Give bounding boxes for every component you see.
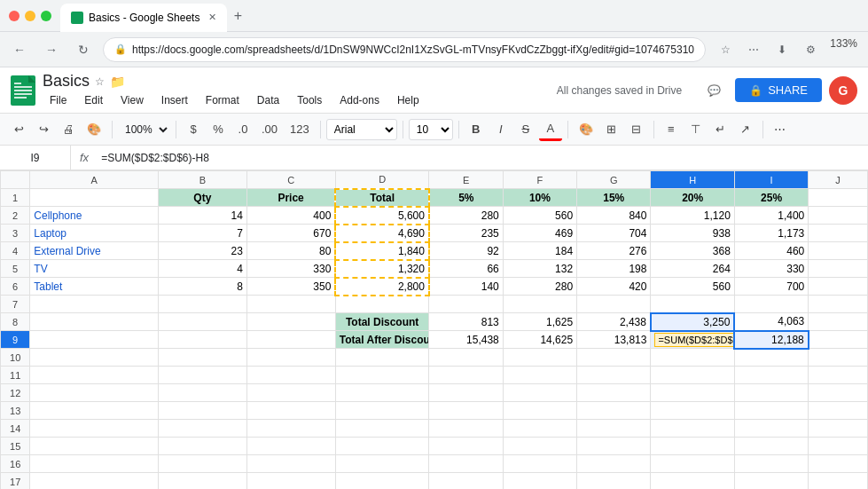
row-header-9[interactable]: 9 (1, 331, 30, 349)
col-header-E[interactable]: E (429, 171, 503, 189)
cell-I3[interactable]: 1,173 (734, 225, 808, 242)
cell-E7[interactable] (429, 296, 503, 313)
cell-reference-box[interactable]: I9 (0, 146, 71, 170)
cell-D3[interactable]: 4,690 (335, 225, 429, 242)
align-button[interactable]: ≡ (660, 118, 683, 141)
new-tab-button[interactable]: + (227, 5, 248, 27)
italic-button[interactable]: I (489, 118, 512, 141)
percent-button[interactable]: % (207, 118, 230, 141)
address-bar[interactable]: 🔒 https://docs.google.com/spreadsheets/d… (103, 37, 706, 62)
comments-button[interactable]: 💬 (700, 76, 728, 105)
cell-A4[interactable]: External Drive (30, 242, 158, 260)
cell-H4[interactable]: 368 (651, 242, 734, 260)
col-header-C[interactable]: C (246, 171, 335, 189)
folder-icon[interactable]: 📁 (110, 75, 125, 89)
row-header-11[interactable]: 11 (1, 367, 30, 384)
active-tab[interactable]: Basics - Google Sheets ✕ (60, 4, 227, 32)
cell-J6[interactable] (809, 278, 868, 296)
decimal-decrease-button[interactable]: .0 (231, 118, 254, 141)
cell-D8[interactable]: Total Discount (335, 313, 429, 331)
cell-I8[interactable]: 4,063 (734, 313, 808, 331)
row-header-7[interactable]: 7 (1, 296, 30, 313)
cell-A1[interactable] (30, 189, 158, 207)
cell-H6[interactable]: 560 (651, 278, 734, 296)
menu-addons[interactable]: Add-ons (332, 92, 387, 108)
cell-A2[interactable]: Cellphone (30, 207, 158, 225)
cell-B2[interactable]: 14 (158, 207, 246, 225)
cell-I2[interactable]: 1,400 (734, 207, 808, 225)
text-color-button[interactable]: A (539, 118, 562, 141)
cell-H9[interactable]: =SUM($D$2:$D$6)-H8 (651, 331, 734, 349)
cell-E6[interactable]: 140 (429, 278, 503, 296)
col-header-D[interactable]: D (335, 171, 429, 189)
cell-J1[interactable] (809, 189, 868, 207)
cell-G6[interactable]: 420 (577, 278, 651, 296)
forward-button[interactable]: → (39, 37, 64, 62)
menu-view[interactable]: View (113, 92, 151, 108)
user-avatar[interactable]: G (829, 76, 857, 105)
menu-help[interactable]: Help (390, 92, 426, 108)
cell-D9[interactable]: Total After Discount (335, 331, 429, 349)
cell-B6[interactable]: 8 (158, 278, 246, 296)
cell-E4[interactable]: 92 (429, 242, 503, 260)
row-header-3[interactable]: 3 (1, 225, 30, 242)
cell-C1[interactable]: Price (246, 189, 335, 207)
cell-J9[interactable] (809, 331, 868, 349)
strikethrough-button[interactable]: S (514, 118, 537, 141)
currency-button[interactable]: $ (182, 118, 205, 141)
cell-E1[interactable]: 5% (429, 189, 503, 207)
merge-button[interactable]: ⊟ (625, 118, 648, 141)
cell-J8[interactable] (809, 313, 868, 331)
cell-A6[interactable]: Tablet (30, 278, 158, 296)
cell-B3[interactable]: 7 (158, 225, 246, 242)
menu-file[interactable]: File (43, 92, 74, 108)
cell-F2[interactable]: 560 (503, 207, 576, 225)
cell-B7[interactable] (158, 296, 246, 313)
row-header-8[interactable]: 8 (1, 313, 30, 331)
cell-H2[interactable]: 1,120 (651, 207, 734, 225)
undo-button[interactable]: ↩ (7, 118, 30, 141)
formula-input[interactable]: =SUM($D$2:$D$6)-H8 (98, 152, 868, 164)
decimal-increase-button[interactable]: .00 (256, 118, 283, 141)
menu-data[interactable]: Data (250, 92, 286, 108)
cell-H8[interactable]: 3,250 (651, 313, 734, 331)
cell-J2[interactable] (809, 207, 868, 225)
more-toolbar-button[interactable]: ⋯ (769, 118, 792, 141)
cell-C4[interactable]: 80 (246, 242, 335, 260)
col-header-G[interactable]: G (577, 171, 651, 189)
cell-C7[interactable] (246, 296, 335, 313)
cell-D2[interactable]: 5,600 (335, 207, 429, 225)
cell-B8[interactable] (158, 313, 246, 331)
cell-F8[interactable]: 1,625 (503, 313, 576, 331)
cell-C6[interactable]: 350 (246, 278, 335, 296)
back-button[interactable]: ← (7, 37, 32, 62)
col-header-I[interactable]: I (734, 171, 808, 189)
col-header-H[interactable]: H (651, 171, 734, 189)
cell-C8[interactable] (246, 313, 335, 331)
cell-B5[interactable]: 4 (158, 260, 246, 278)
cell-F3[interactable]: 469 (503, 225, 576, 242)
cell-I7[interactable] (734, 296, 808, 313)
close-btn[interactable] (9, 11, 20, 21)
cell-G5[interactable]: 198 (577, 260, 651, 278)
cell-D4[interactable]: 1,840 (335, 242, 429, 260)
cell-A5[interactable]: TV (30, 260, 158, 278)
tab-close-button[interactable]: ✕ (208, 12, 216, 23)
row-header-1[interactable]: 1 (1, 189, 30, 207)
cell-B1[interactable]: Qty (158, 189, 246, 207)
refresh-button[interactable]: ↻ (71, 37, 96, 62)
maximize-btn[interactable] (41, 11, 51, 21)
cell-G4[interactable]: 276 (577, 242, 651, 260)
col-header-B[interactable]: B (158, 171, 246, 189)
cell-J3[interactable] (809, 225, 868, 242)
font-size-select[interactable]: 10 (409, 119, 453, 140)
cell-E9[interactable]: 15,438 (429, 331, 503, 349)
star-icon[interactable]: ☆ (95, 75, 105, 88)
cell-C5[interactable]: 330 (246, 260, 335, 278)
row-header-10[interactable]: 10 (1, 349, 30, 367)
row-header-12[interactable]: 12 (1, 384, 30, 402)
borders-button[interactable]: ⊞ (600, 118, 623, 141)
col-header-F[interactable]: F (503, 171, 576, 189)
cell-H1[interactable]: 20% (651, 189, 734, 207)
cell-C2[interactable]: 400 (246, 207, 335, 225)
